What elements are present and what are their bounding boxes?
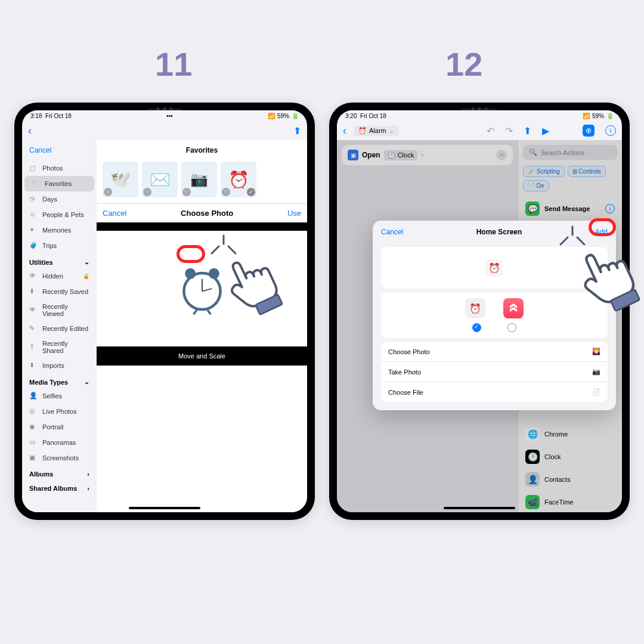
home-screen-sheet: Cancel Home Screen Add ⏰ ⏰ Choose Photo🌄…: [373, 221, 616, 410]
clock-icon: [175, 262, 229, 315]
svg-point-1: [185, 268, 196, 279]
icon-preview: ⏰: [381, 247, 608, 289]
sheet-add-button[interactable]: Add: [595, 228, 608, 236]
add-action-icon[interactable]: ⊕: [583, 125, 595, 137]
utilities-header[interactable]: Utilities⌄: [22, 253, 97, 268]
shortcut-name-pill[interactable]: ⏰Alarm⌄: [354, 126, 399, 136]
sidebar-item-people[interactable]: ☺People & Pets: [22, 207, 97, 222]
shared-albums-header[interactable]: Shared Albums›: [22, 480, 97, 494]
thumbnail[interactable]: ⏰♡✓: [221, 162, 256, 197]
status-bar: 3:18 Fri Oct 18 ••• 📶59%🔋: [22, 110, 307, 121]
sidebar-item-trips[interactable]: 🧳Trips: [22, 238, 97, 253]
choose-file-row[interactable]: Choose File📄: [381, 382, 608, 402]
icon-option-shortcuts[interactable]: [503, 298, 524, 318]
choose-photo-row[interactable]: Choose Photo🌄: [381, 342, 608, 362]
svg-line-6: [208, 310, 210, 314]
step-number-11: 11: [155, 45, 192, 83]
use-button[interactable]: Use: [287, 209, 301, 218]
icon-option-clock[interactable]: ⏰: [465, 298, 485, 318]
svg-point-2: [208, 268, 219, 279]
redo-icon[interactable]: ↷: [505, 125, 513, 137]
choose-photo-title: Choose Photo: [126, 209, 287, 218]
radio-unselected[interactable]: [507, 323, 516, 332]
play-icon[interactable]: ▶: [542, 125, 549, 137]
favorites-title: Favorites: [97, 140, 307, 158]
back-button[interactable]: ‹: [343, 125, 346, 137]
sidebar-item-portrait[interactable]: ◉Portrait: [22, 419, 97, 435]
media-header[interactable]: Media Types⌄: [22, 373, 97, 388]
status-bar: 3:20 Fri Oct 18 📶59%🔋: [337, 110, 622, 121]
thumbnail[interactable]: 🕊️♡: [103, 162, 138, 197]
sidebar-item-livephotos[interactable]: ◎Live Photos: [22, 404, 97, 419]
step-number-12: 12: [445, 45, 482, 83]
share-icon[interactable]: ⬆: [524, 125, 531, 137]
sidebar-item-edited[interactable]: ✎Recently Edited: [22, 321, 97, 336]
file-icon: 📄: [592, 388, 600, 396]
undo-icon[interactable]: ↶: [487, 125, 494, 137]
sidebar-item-panoramas[interactable]: ▭Panoramas: [22, 435, 97, 450]
shortcuts-toolbar: ‹ ⏰Alarm⌄ ↶ ↷ ⬆ ▶ ⊕ i: [337, 121, 622, 140]
sidebar-item-favorites[interactable]: ♡Favorites: [24, 176, 94, 191]
info-icon[interactable]: i: [605, 125, 616, 136]
home-indicator[interactable]: [129, 507, 200, 509]
photo-icon: 🌄: [592, 348, 600, 355]
sidebar-item-photos[interactable]: ▢Photos: [22, 160, 97, 176]
sidebar-item-shared[interactable]: ⇪Recently Shared: [22, 336, 97, 358]
take-photo-row[interactable]: Take Photo📷: [381, 362, 608, 382]
home-indicator[interactable]: [444, 507, 515, 509]
radio-selected[interactable]: [472, 323, 481, 332]
sidebar-item-imports[interactable]: ⬇Imports: [22, 358, 97, 373]
photos-sidebar: Cancel ▢Photos ♡Favorites ◷Days ☺People …: [22, 140, 97, 512]
toolbar: ‹ ⬆: [22, 121, 307, 140]
camera-icon: 📷: [592, 368, 600, 376]
photo-crop-area[interactable]: Move and Scale: [97, 222, 307, 366]
sidebar-item-hidden[interactable]: 👁Hidden🔒: [22, 268, 97, 284]
thumbnail[interactable]: 📷♡: [181, 162, 217, 197]
albums-header[interactable]: Albums›: [22, 466, 97, 480]
ipad-12: 3:20 Fri Oct 18 📶59%🔋 ‹ ⏰Alarm⌄ ↶ ↷ ⬆ ▶ …: [329, 103, 630, 520]
ipad-11: 3:18 Fri Oct 18 ••• 📶59%🔋 ‹ ⬆ Cancel ▢Ph…: [14, 103, 315, 520]
svg-line-5: [193, 310, 196, 314]
sheet-cancel-button[interactable]: Cancel: [381, 228, 403, 236]
sidebar-item-memories[interactable]: ✦Memories: [22, 222, 97, 238]
cancel-button[interactable]: Cancel: [22, 140, 97, 160]
sidebar-item-selfies[interactable]: 👤Selfies: [22, 388, 97, 404]
sidebar-item-days[interactable]: ◷Days: [22, 191, 97, 207]
sidebar-item-viewed[interactable]: 👁Recently Viewed: [22, 299, 97, 321]
sidebar-item-screenshots[interactable]: ▣Screenshots: [22, 450, 97, 466]
move-scale-label: Move and Scale: [97, 346, 307, 366]
sidebar-item-saved[interactable]: ⬇Recently Saved: [22, 284, 97, 299]
sheet-title: Home Screen: [403, 228, 595, 236]
thumbnail[interactable]: ✉️♡: [142, 162, 178, 197]
choose-cancel-button[interactable]: Cancel: [103, 209, 126, 218]
